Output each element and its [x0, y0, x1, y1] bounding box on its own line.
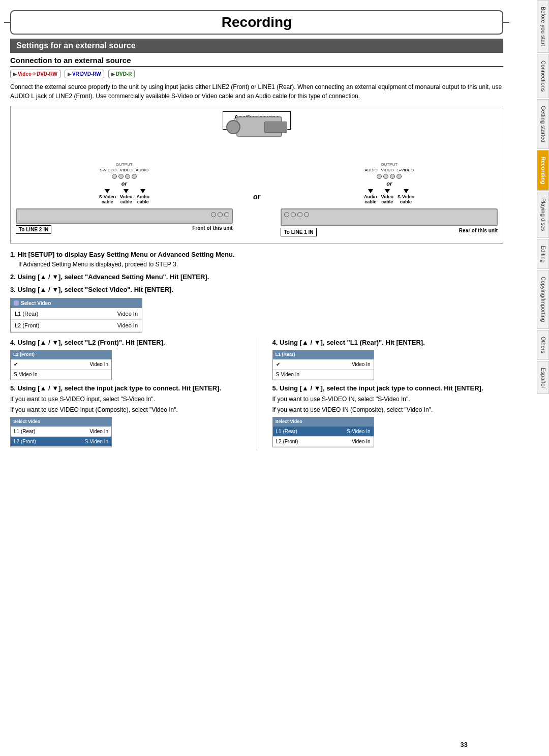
sr4-r1-label: Video In	[352, 360, 371, 368]
disc-badges: ▶ Video ® DVD-RW ▶ VR DVD-RW ▶ DVD-R	[10, 70, 503, 78]
step5-left-menu-title: Select Video	[11, 417, 111, 427]
s5r-r2-value: Video In	[352, 438, 371, 445]
step4-left-menu-title: L2 (Front)	[11, 350, 111, 359]
cable-audio-label2: cable	[137, 199, 149, 204]
page-title: Recording	[222, 14, 292, 30]
tab-others[interactable]: Others	[537, 330, 549, 360]
cable-audio-label: Audio	[136, 194, 149, 199]
step5-left: 5. Using [▲ / ▼], select the input jack …	[10, 383, 241, 447]
step5-right-text: 5. Using [▲ / ▼], select the input jack …	[272, 384, 483, 392]
front-c2	[218, 212, 223, 217]
badge-dvdr: ▶ DVD-R	[108, 70, 135, 78]
rear-c3	[297, 212, 302, 217]
badge-dvdrw: ▶ Video ® DVD-RW	[10, 70, 60, 78]
cable-video-r-label2: cable	[381, 199, 393, 204]
vcr-camcorder-icon	[16, 114, 498, 142]
step4-right-row2: S-Video In	[273, 370, 374, 380]
tab-before-you-start[interactable]: Before you start	[537, 0, 549, 53]
cable-svideo-label: S-Video	[99, 194, 116, 199]
cable-audio-right: Audio cable	[364, 188, 377, 204]
row2-value: Video In	[117, 321, 138, 330]
step4-right-menu: L1 (Rear) Video In S-Video In	[272, 350, 374, 380]
column-divider	[257, 338, 257, 450]
tab-recording[interactable]: Recording	[537, 150, 549, 191]
step4-right-text: 4. Using [▲ / ▼], select "L1 (Rear)". Hi…	[272, 339, 425, 346]
s5l-r1-label: L1 (Rear)	[14, 428, 35, 435]
left-cables: S-Video cable Video cable Audio cable	[16, 188, 233, 204]
tab-playing-discs[interactable]: Playing discs	[537, 192, 549, 237]
step5-left-info2: If you want to use VIDEO input (Composit…	[10, 405, 241, 414]
cable-audio-r-label2: cable	[364, 199, 376, 204]
dvd-unit-rear	[281, 208, 498, 226]
step5-right-info2: If you want to use VIDEO IN (Composite),…	[272, 405, 504, 414]
right-connector-labels: AUDIO VIDEO S-VIDEO	[281, 168, 498, 172]
step3-menu-title-text: Select Video	[21, 299, 51, 307]
step5-right-row2: L2 (Front) Video In	[273, 437, 374, 447]
sub-section-header: Connection to an external source	[10, 56, 503, 67]
right-output-label: OUTPUT	[281, 162, 498, 167]
s5l-r2-value: S-Video In	[84, 438, 108, 445]
line1-in-label: To LINE 1 IN	[281, 228, 316, 236]
left-output-label: OUTPUT	[16, 162, 233, 167]
sl4-r1-label: Video In	[89, 360, 108, 368]
cable-svideo-r-label: S-Video	[398, 194, 414, 199]
rear-connectors	[282, 209, 497, 220]
right-connectors	[281, 174, 498, 179]
front-of-unit-label: Front of this unit	[192, 225, 232, 235]
step3-menu-title: Select Video	[11, 298, 142, 308]
center-or: or	[253, 193, 260, 201]
step5-right-row1: L1 (Rear) S-Video In	[273, 427, 374, 437]
step3-text: 3. Using [▲ / ▼], select "Select Video".…	[10, 286, 173, 293]
cable-svideo: S-Video cable	[99, 188, 116, 204]
step1-text: 1. Hit [SETUP] to display Easy Setting M…	[10, 251, 235, 258]
cable-svideo-r-label2: cable	[400, 199, 412, 204]
s5l-r1-value: Video In	[89, 428, 108, 435]
step4-right-row1: Video In	[273, 359, 374, 370]
cable-svideo-label2: cable	[102, 199, 113, 204]
step5-left-row2: L2 (Front) S-Video In	[11, 437, 111, 447]
step5-left-info1: If you want to use S-VIDEO input, select…	[10, 395, 241, 404]
step2: 2. Using [▲ / ▼], select "Advanced Setti…	[10, 272, 503, 282]
step4-right: 4. Using [▲ / ▼], select "L1 (Rear)". Hi…	[272, 338, 504, 380]
front-connectors	[17, 209, 232, 220]
step4-left-menu: L2 (Front) Video In S-Video In	[10, 350, 112, 380]
right-cables: Audio cable Video cable S-Video cable	[281, 188, 498, 204]
s5r-r1-label: L1 (Rear)	[276, 428, 297, 435]
tab-connections[interactable]: Connections	[537, 54, 549, 98]
step5-left-text: 5. Using [▲ / ▼], select the input jack …	[10, 384, 221, 392]
cable-audio: Audio cable	[136, 188, 149, 204]
step1: 1. Hit [SETUP] to display Easy Setting M…	[10, 250, 503, 269]
two-col-steps: 4. Using [▲ / ▼], select "L2 (Front)". H…	[10, 338, 503, 450]
step4-left-row1: Video In	[11, 359, 111, 370]
sr4-r2-label: S-Video In	[276, 371, 300, 378]
step4-left: 4. Using [▲ / ▼], select "L2 (Front)". H…	[10, 338, 241, 380]
left-svideo	[112, 174, 117, 179]
rear-c4	[304, 212, 309, 217]
tab-editing[interactable]: Editing	[537, 239, 549, 269]
front-c3	[224, 212, 229, 217]
step3-menu-row2: L2 (Front) Video In	[11, 320, 142, 332]
diagram-inner: OUTPUT S-VIDEO VIDEO AUDIO or S-Video ca…	[16, 162, 498, 238]
rear-c1	[284, 212, 289, 217]
camcorder-body	[226, 114, 287, 142]
steps-section: 1. Hit [SETUP] to display Easy Setting M…	[10, 250, 503, 332]
left-audio-r	[132, 174, 137, 179]
left-audio-l	[125, 174, 130, 179]
step3-menu: Select Video L1 (Rear) Video In L2 (Fron…	[10, 298, 142, 332]
tab-getting-started[interactable]: Getting started	[537, 99, 549, 149]
intro-text: Connect the external source properly to …	[10, 82, 503, 101]
section-header: Settings for an external source	[10, 39, 503, 53]
tab-espanol[interactable]: Español	[537, 361, 549, 395]
cam-lens	[226, 120, 240, 134]
tab-copying[interactable]: Copying/Importing	[537, 270, 549, 328]
step4-left-text: 4. Using [▲ / ▼], select "L2 (Front)". H…	[10, 339, 165, 346]
diagram-or-center: or	[233, 162, 281, 201]
left-connectors	[16, 174, 233, 179]
s5l-r2-label: L2 (Front)	[14, 438, 36, 445]
step5-right: 5. Using [▲ / ▼], select the input jack …	[272, 383, 504, 447]
page-title-box: Recording	[10, 10, 503, 35]
cable-audio-r-label: Audio	[364, 194, 377, 199]
step5-right-info1: If you want to use S-VIDEO IN, select "S…	[272, 395, 504, 404]
step5-left-row1: L1 (Rear) Video In	[11, 427, 111, 437]
s5r-r2-label: L2 (Front)	[276, 438, 298, 445]
